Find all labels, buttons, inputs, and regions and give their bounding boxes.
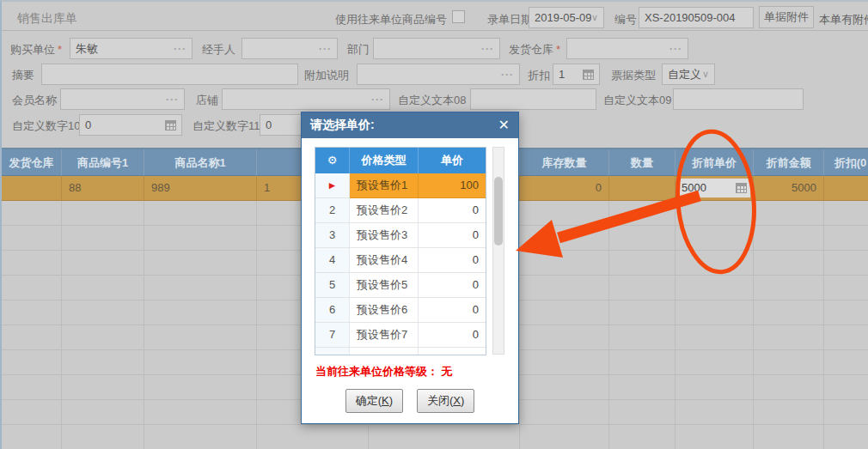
bill-type-select[interactable]: 自定义 ∨: [662, 64, 715, 85]
grid-cell[interactable]: [2, 276, 62, 300]
grid-column-header[interactable]: 商品编号1: [62, 149, 144, 176]
grid-cell[interactable]: [520, 276, 609, 300]
member-input[interactable]: ···: [60, 88, 185, 110]
grid-cell[interactable]: [754, 251, 824, 276]
grid-cell[interactable]: [144, 350, 257, 375]
number-input[interactable]: XS-20190509-004: [639, 7, 754, 28]
custom-text09-input[interactable]: [673, 88, 804, 110]
grid-cell[interactable]: [824, 375, 868, 400]
warehouse-input[interactable]: ···: [566, 38, 688, 59]
grid-cell[interactable]: 989: [144, 176, 257, 201]
grid-cell[interactable]: [2, 176, 62, 201]
price-type-cell[interactable]: 预设售价1: [350, 173, 419, 198]
unit-price-cell[interactable]: 100: [419, 173, 486, 198]
grid-cell[interactable]: [824, 400, 868, 425]
grid-cell[interactable]: [824, 350, 868, 375]
unit-price-cell[interactable]: 0: [419, 323, 486, 348]
grid-cell[interactable]: [609, 325, 675, 350]
close-icon[interactable]: ✕: [498, 118, 510, 132]
price-type-cell[interactable]: 预设售价6: [350, 298, 419, 323]
grid-cell[interactable]: [144, 300, 257, 325]
handler-input[interactable]: ···: [241, 38, 338, 59]
grid-cell[interactable]: [609, 350, 675, 375]
grid-cell[interactable]: 0: [520, 176, 609, 201]
grid-cell[interactable]: [257, 425, 369, 449]
unit-price-cell[interactable]: 0: [419, 198, 486, 223]
grid-cell[interactable]: [609, 276, 675, 300]
calculator-icon[interactable]: [583, 70, 594, 80]
grid-cell[interactable]: [520, 400, 609, 425]
grid-cell[interactable]: [754, 226, 824, 251]
grid-cell[interactable]: [675, 251, 754, 276]
grid-cell[interactable]: [675, 226, 754, 251]
grid-cell[interactable]: [62, 201, 144, 226]
grid-cell[interactable]: [144, 251, 257, 276]
grid-cell[interactable]: [62, 325, 144, 350]
unit-price-cell[interactable]: 0: [419, 248, 486, 273]
grid-cell[interactable]: [2, 375, 62, 400]
grid-cell[interactable]: 5000: [675, 176, 754, 201]
grid-cell[interactable]: [754, 325, 824, 350]
grid-cell[interactable]: [675, 375, 754, 400]
grid-column-header[interactable]: 折前金额: [754, 149, 824, 176]
extra-note-input[interactable]: ···: [357, 64, 520, 85]
grid-cell[interactable]: [609, 400, 675, 425]
grid-cell[interactable]: [609, 226, 675, 251]
grid-cell[interactable]: [824, 251, 868, 276]
grid-cell[interactable]: [675, 350, 754, 375]
grid-cell[interactable]: [2, 226, 62, 251]
grid-cell[interactable]: [520, 325, 609, 350]
grid-cell[interactable]: [754, 425, 824, 449]
grid-cell[interactable]: [824, 325, 868, 350]
grid-cell[interactable]: [824, 226, 868, 251]
price-type-cell[interactable]: 预设售价3: [350, 223, 419, 248]
calculator-icon[interactable]: [165, 120, 176, 130]
grid-cell[interactable]: [609, 176, 675, 201]
grid-cell[interactable]: [62, 400, 144, 425]
grid-cell[interactable]: [520, 375, 609, 400]
scrollbar-thumb[interactable]: [494, 177, 503, 246]
shop-input[interactable]: ···: [222, 88, 390, 110]
grid-cell[interactable]: [675, 276, 754, 300]
attachment-button[interactable]: 单据附件: [759, 6, 814, 28]
summary-input[interactable]: [41, 64, 298, 85]
custom-num10-input[interactable]: 0: [79, 114, 182, 136]
grid-cell[interactable]: [2, 325, 62, 350]
grid-cell[interactable]: [2, 400, 62, 425]
grid-cell[interactable]: [754, 201, 824, 226]
grid-cell[interactable]: [520, 425, 609, 449]
grid-cell[interactable]: [62, 226, 144, 251]
price-row[interactable]: 3预设售价30: [315, 223, 486, 248]
price-row[interactable]: 2预设售价20: [315, 198, 486, 223]
grid-cell[interactable]: [754, 375, 824, 400]
grid-cell[interactable]: [824, 201, 868, 226]
grid-cell[interactable]: [62, 350, 144, 375]
grid-cell[interactable]: [2, 300, 62, 325]
grid-cell[interactable]: [62, 375, 144, 400]
grid-cell[interactable]: [2, 251, 62, 276]
price-row[interactable]: ►预设售价1100: [315, 173, 486, 198]
grid-cell[interactable]: [609, 201, 675, 226]
calculator-icon[interactable]: [736, 183, 747, 193]
grid-cell[interactable]: [824, 300, 868, 325]
use-partner-code-checkbox[interactable]: [452, 10, 465, 23]
grid-cell[interactable]: [754, 350, 824, 375]
grid-cell[interactable]: [824, 276, 868, 300]
grid-cell[interactable]: [824, 176, 868, 201]
grid-cell[interactable]: [62, 251, 144, 276]
unit-price-cell[interactable]: 0: [419, 273, 486, 298]
grid-cell[interactable]: [520, 226, 609, 251]
grid-cell[interactable]: [609, 425, 675, 449]
price-row[interactable]: 6预设售价60: [315, 298, 486, 323]
grid-cell[interactable]: [144, 325, 257, 350]
grid-cell[interactable]: [609, 375, 675, 400]
grid-cell[interactable]: [754, 400, 824, 425]
grid-cell[interactable]: [62, 276, 144, 300]
grid-column-header[interactable]: 折扣(0: [824, 149, 868, 176]
grid-cell[interactable]: [675, 325, 754, 350]
grid-cell[interactable]: [369, 425, 520, 449]
grid-cell[interactable]: [675, 300, 754, 325]
grid-cell[interactable]: [2, 201, 62, 226]
grid-cell[interactable]: [824, 425, 868, 449]
grid-cell[interactable]: [520, 350, 609, 375]
